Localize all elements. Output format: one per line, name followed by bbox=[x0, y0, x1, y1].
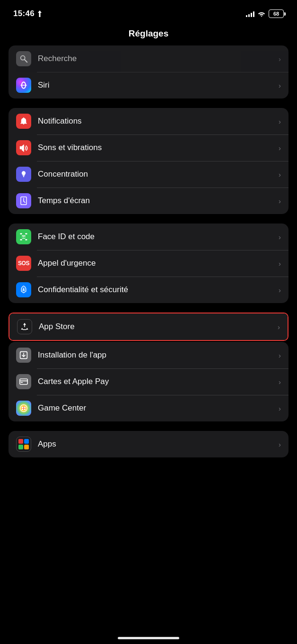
svg-rect-9 bbox=[20, 233, 22, 235]
sidebar-item-appstore[interactable]: App Store › bbox=[9, 313, 288, 340]
game-center-icon bbox=[16, 401, 31, 416]
chevron-icon: › bbox=[279, 170, 281, 179]
settings-group-5: Apps › bbox=[9, 431, 288, 457]
svg-point-21 bbox=[20, 405, 27, 412]
settings-group-4: Installation de l'app › Cartes et Apple … bbox=[9, 342, 288, 421]
svg-point-24 bbox=[22, 409, 23, 410]
sidebar-item-cartes[interactable]: Cartes et Apple Pay › bbox=[9, 368, 288, 395]
sons-icon bbox=[16, 140, 31, 155]
confidentialite-label: Confidentialité et sécurité bbox=[38, 285, 279, 295]
chevron-icon: › bbox=[279, 259, 281, 268]
settings-group-appstore-highlighted: App Store › bbox=[9, 313, 288, 341]
game-center-label: Game Center bbox=[38, 403, 279, 413]
location-icon bbox=[37, 10, 43, 17]
sidebar-item-temps-ecran[interactable]: Temps d'écran › bbox=[9, 188, 288, 214]
appstore-icon bbox=[17, 319, 32, 334]
page-title: Réglages bbox=[0, 25, 297, 45]
chevron-icon: › bbox=[279, 378, 281, 386]
svg-rect-20 bbox=[20, 382, 23, 383]
notifications-icon bbox=[16, 114, 31, 129]
settings-group-1: Recherche › Siri › bbox=[9, 45, 288, 98]
status-icons: 68 bbox=[246, 9, 284, 18]
wifi-icon bbox=[258, 11, 265, 17]
installation-icon bbox=[16, 348, 31, 363]
svg-point-13 bbox=[22, 235, 23, 237]
chevron-icon: › bbox=[279, 144, 281, 152]
concentration-label: Concentration bbox=[38, 170, 279, 179]
temps-ecran-icon bbox=[16, 193, 31, 208]
sidebar-item-game-center[interactable]: Game Center › bbox=[9, 395, 288, 421]
chevron-icon: › bbox=[279, 351, 281, 359]
svg-rect-11 bbox=[20, 239, 22, 241]
temps-ecran-label: Temps d'écran bbox=[38, 196, 279, 206]
svg-rect-4 bbox=[20, 146, 22, 150]
chevron-icon: › bbox=[279, 197, 281, 205]
chevron-icon: › bbox=[278, 323, 280, 331]
settings-group-2: Notifications › Sons et vibrations › Con… bbox=[9, 108, 288, 214]
settings-group-3: Face ID et code › SOS Appel d'urgence › … bbox=[9, 224, 288, 303]
apps-label: Apps bbox=[38, 439, 279, 449]
appel-urgence-label: Appel d'urgence bbox=[38, 259, 279, 268]
siri-label: Siri bbox=[38, 80, 279, 90]
sidebar-item-installation[interactable]: Installation de l'app › bbox=[9, 342, 288, 368]
sidebar-item-face-id[interactable]: Face ID et code › bbox=[9, 224, 288, 250]
svg-point-23 bbox=[24, 407, 26, 408]
chevron-icon: › bbox=[279, 81, 281, 89]
chevron-icon: › bbox=[279, 55, 281, 63]
battery-indicator: 68 bbox=[269, 9, 284, 18]
sidebar-item-siri[interactable]: Siri › bbox=[9, 72, 288, 98]
cartes-label: Cartes et Apple Pay bbox=[38, 377, 279, 386]
svg-rect-10 bbox=[25, 233, 27, 235]
sidebar-item-confidentialite[interactable]: Confidentialité et sécurité › bbox=[9, 277, 288, 303]
cartes-icon bbox=[16, 374, 31, 389]
apps-icon bbox=[16, 437, 31, 452]
confidentialite-icon bbox=[16, 282, 31, 297]
installation-label: Installation de l'app bbox=[38, 350, 279, 360]
svg-point-8 bbox=[23, 201, 24, 202]
svg-point-25 bbox=[24, 409, 26, 410]
sidebar-item-sons[interactable]: Sons et vibrations › bbox=[9, 134, 288, 161]
appstore-label: App Store bbox=[39, 322, 278, 331]
sidebar-item-concentration[interactable]: Concentration › bbox=[9, 161, 288, 188]
chevron-icon: › bbox=[279, 404, 281, 412]
status-bar: 15:46 68 bbox=[0, 0, 297, 25]
chevron-icon: › bbox=[279, 440, 281, 448]
sidebar-item-notifications[interactable]: Notifications › bbox=[9, 108, 288, 134]
chevron-icon: › bbox=[279, 286, 281, 294]
svg-point-14 bbox=[24, 235, 26, 237]
appel-urgence-icon: SOS bbox=[16, 256, 31, 271]
svg-point-22 bbox=[22, 407, 23, 408]
svg-rect-12 bbox=[25, 239, 27, 241]
svg-rect-18 bbox=[20, 379, 27, 384]
sons-label: Sons et vibrations bbox=[38, 143, 279, 152]
siri-icon bbox=[16, 78, 31, 93]
sidebar-item-recherche[interactable]: Recherche › bbox=[9, 45, 288, 72]
chevron-icon: › bbox=[279, 233, 281, 241]
recherche-label: Recherche bbox=[38, 54, 279, 63]
face-id-icon bbox=[16, 229, 31, 244]
recherche-icon bbox=[16, 51, 31, 66]
sidebar-item-appel-urgence[interactable]: SOS Appel d'urgence › bbox=[9, 250, 288, 277]
notifications-label: Notifications bbox=[38, 116, 279, 126]
signal-icon bbox=[246, 10, 254, 17]
status-time: 15:46 bbox=[13, 9, 35, 18]
home-indicator bbox=[118, 637, 179, 639]
face-id-label: Face ID et code bbox=[38, 232, 279, 242]
sidebar-item-apps[interactable]: Apps › bbox=[9, 431, 288, 457]
concentration-icon bbox=[16, 167, 31, 182]
chevron-icon: › bbox=[279, 117, 281, 125]
svg-line-1 bbox=[25, 60, 27, 62]
